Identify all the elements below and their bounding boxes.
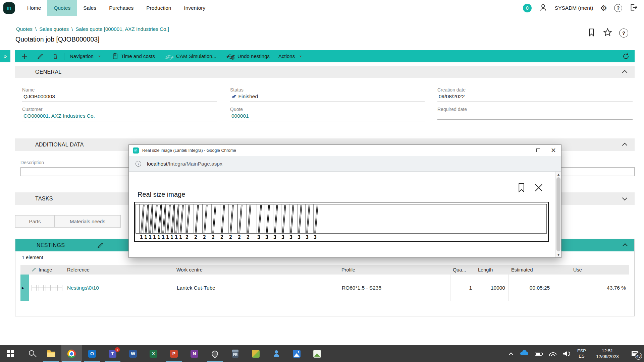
nav-home[interactable]: Home — [21, 0, 47, 16]
language-indicator[interactable]: ESPES — [574, 345, 590, 362]
tray-expand-icon[interactable] — [504, 345, 517, 362]
onedrive-icon[interactable] — [517, 345, 531, 362]
tab-parts[interactable]: Parts — [15, 215, 55, 228]
app-logo[interactable]: in — [3, 2, 15, 14]
header-quantity[interactable]: Qua... — [450, 267, 475, 273]
maximize-button[interactable] — [530, 145, 546, 156]
svg-text:2: 2 — [238, 234, 241, 240]
page-info-icon[interactable]: i — [136, 161, 141, 167]
wifi-icon[interactable] — [545, 345, 559, 362]
nav-purchases[interactable]: Purchases — [103, 0, 140, 16]
page-help-icon[interactable]: ? — [619, 28, 628, 38]
taskbar-onenote[interactable]: N — [184, 345, 205, 362]
taskbar-image-viewer[interactable] — [307, 345, 327, 362]
scroll-down-arrow[interactable]: ▼ — [556, 252, 561, 257]
field-status-value[interactable]: ✔✔ Finished — [230, 94, 425, 102]
breadcrumb-quotes[interactable]: Quotes — [16, 26, 33, 32]
folder-icon — [47, 352, 55, 357]
cell-reference[interactable]: Nestings\0\10 — [64, 275, 174, 301]
add-button[interactable] — [20, 52, 29, 60]
header-work-centre[interactable]: Work centre — [174, 267, 339, 273]
help-icon[interactable]: ? — [614, 4, 622, 12]
tray-time: 12:51 — [602, 348, 613, 354]
address-bar[interactable]: i localhost/Integra/MainPage.aspx — [129, 156, 561, 172]
taskbar-word[interactable]: W — [123, 345, 143, 362]
taskbar-lantek-app[interactable] — [205, 345, 225, 362]
scroll-up-arrow[interactable]: ▲ — [556, 172, 561, 177]
taskbar-search[interactable] — [20, 345, 41, 362]
field-creation-date-value[interactable]: 09/08/2022 — [437, 94, 633, 102]
collapse-icon[interactable] — [622, 143, 628, 148]
notification-count-badge[interactable]: 0 — [523, 4, 532, 12]
row-selector[interactable]: ▶ — [20, 275, 29, 301]
panel-expander[interactable]: » — [0, 50, 10, 62]
actions-menu-button[interactable]: Actions — [278, 53, 302, 59]
taskbar-outlook[interactable]: O — [82, 345, 102, 362]
battery-icon[interactable] — [531, 345, 545, 362]
url-text[interactable]: localhost/Integra/MainPage.aspx — [147, 161, 222, 167]
taskbar-start[interactable] — [0, 345, 20, 362]
notification-center[interactable]: 43 — [625, 345, 644, 362]
bookmark-icon[interactable] — [517, 183, 526, 194]
edit-nestings-icon[interactable] — [97, 242, 104, 249]
field-status-label: Status — [230, 87, 425, 93]
nav-quotes[interactable]: Quotes — [47, 0, 77, 16]
taskbar-excel[interactable]: X — [143, 345, 164, 362]
field-required-date-value[interactable] — [437, 113, 633, 120]
nestings-title: NESTINGS — [37, 242, 65, 248]
edit-button[interactable] — [37, 53, 44, 60]
header-use[interactable]: Use — [571, 267, 629, 273]
nav-sales[interactable]: Sales — [77, 0, 103, 16]
search-icon — [29, 350, 34, 356]
header-length[interactable]: Length — [475, 267, 508, 273]
clock[interactable]: 12:51 12/09/2023 — [590, 345, 625, 362]
header-estimated[interactable]: Estimated — [508, 267, 571, 273]
nesting-thumbnail[interactable] — [32, 285, 62, 291]
header-profile[interactable]: Profile — [339, 267, 450, 273]
navigation-menu-button[interactable]: Navigation — [70, 53, 101, 59]
breadcrumb-sales-quote[interactable]: Sales quote [000001, AXZ Industries Co.] — [75, 26, 169, 32]
scroll-thumb[interactable] — [556, 177, 560, 251]
field-quote-value[interactable]: 000001 — [230, 113, 425, 121]
window-title-bar[interactable]: in Real size image (Lantek Integra) - Go… — [129, 145, 561, 156]
favorite-star-icon[interactable] — [603, 27, 612, 39]
tab-materials-needs[interactable]: Materials needs — [54, 215, 121, 228]
refresh-button[interactable] — [622, 52, 630, 60]
cell-image[interactable] — [29, 275, 64, 301]
taskbar-chrome[interactable] — [61, 345, 82, 362]
cam-simulation-button[interactable]: CAM Simulation... — [165, 53, 216, 60]
undo-nestings-icon — [226, 53, 235, 60]
close-window-button[interactable]: ✕ — [546, 145, 561, 156]
field-customer-value[interactable]: CO000001, AXZ Industries Co. — [22, 113, 217, 121]
breadcrumb-sales-quotes[interactable]: Sales quotes — [39, 26, 69, 32]
collapse-icon[interactable] — [622, 70, 628, 75]
close-icon[interactable] — [534, 183, 544, 194]
time-and-costs-button[interactable]: Time and costs — [112, 52, 155, 60]
section-tasks-title: TASKS — [35, 196, 53, 202]
nav-production[interactable]: Production — [140, 0, 177, 16]
logout-icon[interactable] — [629, 3, 638, 13]
section-general[interactable]: GENERAL — [15, 66, 635, 78]
undo-nestings-button[interactable]: Undo nestings — [226, 53, 270, 60]
taskbar-photos[interactable] — [286, 345, 307, 362]
taskbar-teams[interactable]: T1 — [102, 345, 123, 362]
taskbar-flex3d[interactable] — [246, 345, 266, 362]
nav-inventory[interactable]: Inventory — [177, 0, 212, 16]
settings-gear-icon[interactable]: ⚙ — [600, 4, 607, 12]
minimize-button[interactable]: – — [515, 145, 530, 156]
taskbar-file-explorer[interactable] — [41, 345, 61, 362]
volume-icon[interactable] — [559, 345, 574, 362]
expand-icon[interactable] — [622, 195, 628, 201]
collapse-icon[interactable] — [623, 243, 628, 249]
field-name-value[interactable]: QJOB000003 — [22, 94, 217, 102]
taskbar-people[interactable] — [266, 345, 286, 362]
bookmark-icon[interactable] — [587, 28, 596, 38]
delete-button[interactable] — [52, 53, 59, 60]
header-image[interactable]: Image — [29, 267, 64, 273]
scrollbar[interactable]: ▲ ▼ — [555, 172, 561, 257]
taskbar-calculator[interactable] — [225, 345, 246, 362]
table-row[interactable]: ▶ Nestings\0\10 Lantek Cut-Tube RO60*1.5… — [20, 275, 629, 301]
header-reference[interactable]: Reference — [64, 267, 174, 273]
user-icon[interactable] — [539, 3, 548, 13]
taskbar-powerpoint[interactable]: P — [164, 345, 184, 362]
